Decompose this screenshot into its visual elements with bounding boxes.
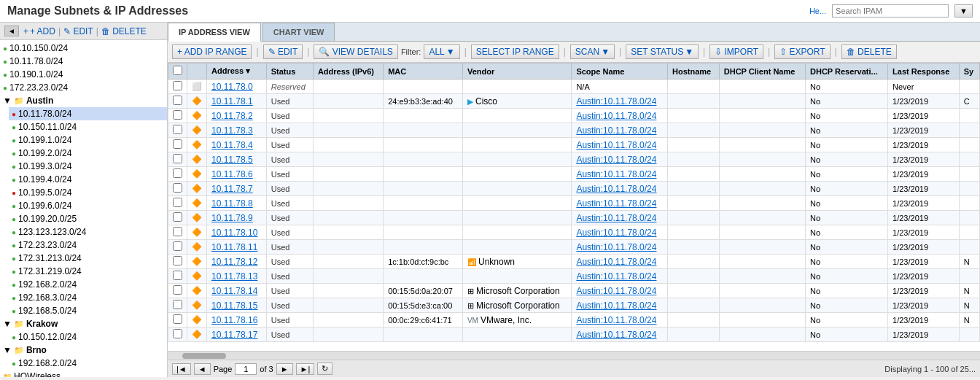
tree-item[interactable]: ●172.31.219.0/24 <box>9 265 167 278</box>
col-sy[interactable]: Sy <box>959 63 979 80</box>
add-ip-range-button[interactable]: + ADD IP RANGE <box>172 44 252 59</box>
col-last-response[interactable]: Last Response <box>888 63 960 80</box>
address-link[interactable]: 10.11.78.17 <box>211 330 257 340</box>
address-link[interactable]: 10.11.78.13 <box>211 271 257 282</box>
scope-link[interactable]: Austin:10.11.78.0/24 <box>576 140 656 150</box>
row-scope[interactable]: Austin:10.11.78.0/24 <box>572 94 668 109</box>
tree-item[interactable]: ●10.190.1.0/24 <box>0 68 167 81</box>
scrollbar-thumb[interactable] <box>182 353 226 359</box>
row-address[interactable]: 10.11.78.15 <box>207 298 267 313</box>
address-link[interactable]: 10.11.78.11 <box>211 242 257 252</box>
address-link[interactable]: 10.11.78.15 <box>211 300 257 311</box>
search-ipam-input[interactable] <box>832 4 949 18</box>
address-link[interactable]: 10.11.78.12 <box>211 257 257 267</box>
select-ip-range-button[interactable]: SELECT IP RANGE <box>471 44 559 59</box>
row-address[interactable]: 10.11.78.13 <box>207 269 267 284</box>
row-address[interactable]: 10.11.78.16 <box>207 313 267 327</box>
col-mac[interactable]: MAC <box>384 63 463 80</box>
delete-button[interactable]: 🗑 DELETE <box>841 44 897 59</box>
tree-group-header[interactable]: ▼📁Brno <box>0 344 167 357</box>
row-scope[interactable]: Austin:10.11.78.0/24 <box>572 327 668 342</box>
scope-link[interactable]: Austin:10.11.78.0/24 <box>576 125 656 136</box>
address-link[interactable]: 10.11.78.16 <box>211 315 257 325</box>
tree-item[interactable]: ●10.150.12.0/24 <box>9 330 167 344</box>
row-scope[interactable]: Austin:10.11.78.0/24 <box>572 240 668 255</box>
last-page-button[interactable]: ►| <box>296 363 315 375</box>
address-link[interactable]: 10.11.78.9 <box>211 213 253 223</box>
tree-item[interactable]: ●10.199.20.0/25 <box>9 212 167 225</box>
scope-link[interactable]: Austin:10.11.78.0/24 <box>576 315 656 325</box>
col-ipv6[interactable]: Address (IPv6) <box>313 63 383 80</box>
scope-link[interactable]: Austin:10.11.78.0/24 <box>576 257 656 267</box>
row-address[interactable]: 10.11.78.8 <box>207 196 267 211</box>
table-row[interactable]: 🔶10.11.78.16Used00:0c:29:c6:41:71VM VMwa… <box>168 313 980 327</box>
row-checkbox[interactable] <box>173 96 182 105</box>
row-checkbox[interactable] <box>173 285 182 295</box>
row-checkbox[interactable] <box>173 256 182 265</box>
row-checkbox[interactable] <box>173 212 182 222</box>
filter-all-button[interactable]: ALL ▼ <box>424 44 459 59</box>
address-link[interactable]: 10.11.78.0 <box>211 82 253 92</box>
select-all-checkbox[interactable] <box>173 66 182 75</box>
scope-link[interactable]: Austin:10.11.78.0/24 <box>576 213 656 223</box>
row-scope[interactable]: Austin:10.11.78.0/24 <box>572 269 668 284</box>
row-address[interactable]: 10.11.78.1 <box>207 94 267 109</box>
scope-link[interactable]: Austin:10.11.78.0/24 <box>576 184 656 194</box>
address-link[interactable]: 10.11.78.7 <box>211 184 253 194</box>
row-scope[interactable]: Austin:10.11.78.0/24 <box>572 298 668 313</box>
tree-group-header[interactable]: ▼📁Krakow <box>0 317 167 330</box>
tree-item[interactable]: ●123.123.123.0/24 <box>9 225 167 239</box>
address-link[interactable]: 10.11.78.1 <box>211 96 253 106</box>
tree-item[interactable]: ●192.168.2.0/24 <box>9 278 167 291</box>
tree-item[interactable]: ●10.11.78.0/24 <box>0 55 167 68</box>
row-scope[interactable]: Austin:10.11.78.0/24 <box>572 152 668 167</box>
row-checkbox[interactable] <box>173 183 182 193</box>
col-vendor[interactable]: Vendor <box>462 63 571 80</box>
refresh-button[interactable]: ↻ <box>317 362 332 375</box>
row-scope[interactable]: Austin:10.11.78.0/24 <box>572 313 668 327</box>
scope-link[interactable]: Austin:10.11.78.0/24 <box>576 198 656 209</box>
row-scope[interactable]: Austin:10.11.78.0/24 <box>572 182 668 196</box>
tree-item[interactable]: ●10.199.6.0/24 <box>9 199 167 212</box>
tree-item[interactable]: ●10.199.2.0/24 <box>9 147 167 160</box>
row-address[interactable]: 10.11.78.12 <box>207 255 267 269</box>
tree-item[interactable]: ●10.199.1.0/24 <box>9 133 167 147</box>
scope-link[interactable]: Austin:10.11.78.0/24 <box>576 155 656 165</box>
view-details-button[interactable]: 🔍 VIEW DETAILS <box>314 44 397 59</box>
scope-link[interactable]: Austin:10.11.78.0/24 <box>576 300 656 311</box>
scope-link[interactable]: Austin:10.11.78.0/24 <box>576 169 656 179</box>
scope-link[interactable]: Austin:10.11.78.0/24 <box>576 111 656 121</box>
tree-item[interactable]: ●10.150.11.0/24 <box>9 120 167 133</box>
row-checkbox[interactable] <box>173 241 182 251</box>
tree-item[interactable]: ●10.199.5.0/24 <box>9 186 167 199</box>
tab-chart-view[interactable]: CHART VIEW <box>262 23 335 41</box>
row-checkbox[interactable] <box>173 271 182 280</box>
row-scope[interactable]: N/A <box>572 80 668 94</box>
row-scope[interactable]: Austin:10.11.78.0/24 <box>572 167 668 182</box>
collapse-sidebar-button[interactable]: ◄ <box>4 26 19 36</box>
tree-item[interactable]: ●10.199.4.0/24 <box>9 173 167 186</box>
table-row[interactable]: 🔶10.11.78.17UsedAustin:10.11.78.0/24No1/… <box>168 327 980 342</box>
address-link[interactable]: 10.11.78.3 <box>211 125 253 136</box>
address-link[interactable]: 10.11.78.14 <box>211 286 257 296</box>
scope-link[interactable]: Austin:10.11.78.0/24 <box>576 242 656 252</box>
row-address[interactable]: 10.11.78.9 <box>207 211 267 225</box>
row-checkbox[interactable] <box>173 139 182 149</box>
row-address[interactable]: 10.11.78.7 <box>207 182 267 196</box>
scope-link[interactable]: Austin:10.11.78.0/24 <box>576 96 656 106</box>
tree-item[interactable]: ●192.168.2.0/24 <box>9 357 167 370</box>
address-link[interactable]: 10.11.78.8 <box>211 198 253 209</box>
row-scope[interactable]: Austin:10.11.78.0/24 <box>572 109 668 123</box>
import-button[interactable]: ⇩ IMPORT <box>709 44 763 59</box>
row-checkbox[interactable] <box>173 314 182 324</box>
address-link[interactable]: 10.11.78.5 <box>211 155 253 165</box>
row-checkbox[interactable] <box>173 198 182 207</box>
table-row[interactable]: 🔶10.11.78.15Used00:15:5d:e3:ca:00⊞ Micro… <box>168 298 980 313</box>
scope-link[interactable]: Austin:10.11.78.0/24 <box>576 271 656 282</box>
table-row[interactable]: 🔶10.11.78.5UsedAustin:10.11.78.0/24No1/2… <box>168 152 980 167</box>
scope-link[interactable]: Austin:10.11.78.0/24 <box>576 286 656 296</box>
row-address[interactable]: 10.11.78.3 <box>207 123 267 138</box>
row-address[interactable]: 10.11.78.17 <box>207 327 267 342</box>
col-dhcp-res[interactable]: DHCP Reservati... <box>806 63 888 80</box>
row-address[interactable]: 10.11.78.11 <box>207 240 267 255</box>
